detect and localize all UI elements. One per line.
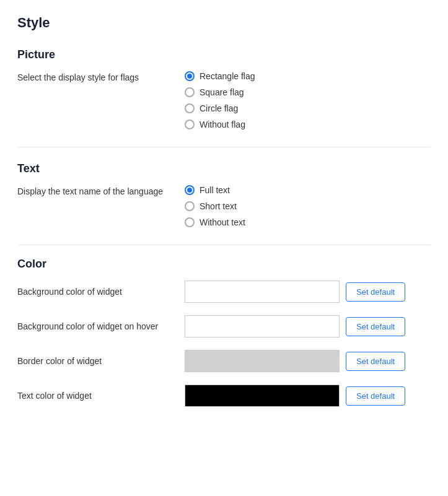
radio-fulltext-label: Full text [200, 185, 230, 195]
color-border-label: Border color of widget [17, 356, 185, 366]
color-row-bg-hover: Background color of widget on hover Set … [17, 315, 431, 337]
picture-label: Select the display style for flags [17, 71, 185, 82]
color-bg-hover-input[interactable] [185, 315, 340, 337]
color-border-set-default[interactable]: Set default [346, 352, 405, 371]
color-border-controls: Set default [185, 350, 431, 372]
radio-noflag[interactable] [185, 120, 195, 129]
radio-fulltext[interactable] [185, 185, 195, 195]
radio-option-rectangle[interactable]: Rectangle flag [185, 71, 255, 81]
radio-option-fulltext[interactable]: Full text [185, 185, 245, 195]
color-row-text: Text color of widget Set default [17, 385, 431, 407]
picture-row: Select the display style for flags Recta… [17, 71, 431, 129]
color-text-input[interactable] [185, 385, 340, 407]
color-row-border: Border color of widget Set default [17, 350, 431, 372]
radio-rectangle-label: Rectangle flag [200, 71, 255, 81]
color-border-input[interactable] [185, 350, 340, 372]
picture-section-title: Picture [17, 48, 431, 61]
radio-notext[interactable] [185, 217, 195, 227]
text-options: Full text Short text Without text [185, 185, 245, 227]
radio-option-notext[interactable]: Without text [185, 217, 245, 227]
radio-circle-label: Circle flag [200, 103, 238, 113]
color-section: Color Background color of widget Set def… [17, 258, 431, 407]
color-bg-hover-label: Background color of widget on hover [17, 321, 185, 331]
text-label: Display the text name of the language [17, 185, 185, 196]
radio-noflag-label: Without flag [200, 120, 245, 129]
section-divider-2 [17, 245, 431, 245]
color-row-bg: Background color of widget Set default [17, 281, 431, 303]
radio-square[interactable] [185, 87, 195, 97]
color-section-title: Color [17, 258, 431, 271]
radio-option-square[interactable]: Square flag [185, 87, 255, 97]
color-text-label: Text color of widget [17, 391, 185, 401]
radio-shorttext[interactable] [185, 201, 195, 211]
picture-section: Picture Select the display style for fla… [17, 48, 431, 129]
color-bg-input[interactable] [185, 281, 340, 303]
radio-circle[interactable] [185, 103, 195, 113]
text-row: Display the text name of the language Fu… [17, 185, 431, 227]
color-bg-hover-set-default[interactable]: Set default [346, 317, 405, 336]
section-divider-1 [17, 147, 431, 147]
page-title: Style [17, 15, 431, 31]
radio-shorttext-label: Short text [200, 201, 237, 211]
radio-option-noflag[interactable]: Without flag [185, 120, 255, 129]
color-bg-label: Background color of widget [17, 287, 185, 297]
radio-rectangle[interactable] [185, 71, 195, 81]
main-container: Style Picture Select the display style f… [0, 0, 448, 496]
color-bg-hover-controls: Set default [185, 315, 431, 337]
color-bg-controls: Set default [185, 281, 431, 303]
radio-square-label: Square flag [200, 87, 244, 97]
text-section-title: Text [17, 162, 431, 175]
color-text-set-default[interactable]: Set default [346, 386, 405, 406]
radio-notext-label: Without text [200, 217, 245, 227]
radio-option-circle[interactable]: Circle flag [185, 103, 255, 113]
text-section: Text Display the text name of the langua… [17, 162, 431, 227]
color-bg-set-default[interactable]: Set default [346, 282, 405, 302]
picture-options: Rectangle flag Square flag Circle flag W… [185, 71, 255, 129]
radio-option-shorttext[interactable]: Short text [185, 201, 245, 211]
color-text-controls: Set default [185, 385, 431, 407]
